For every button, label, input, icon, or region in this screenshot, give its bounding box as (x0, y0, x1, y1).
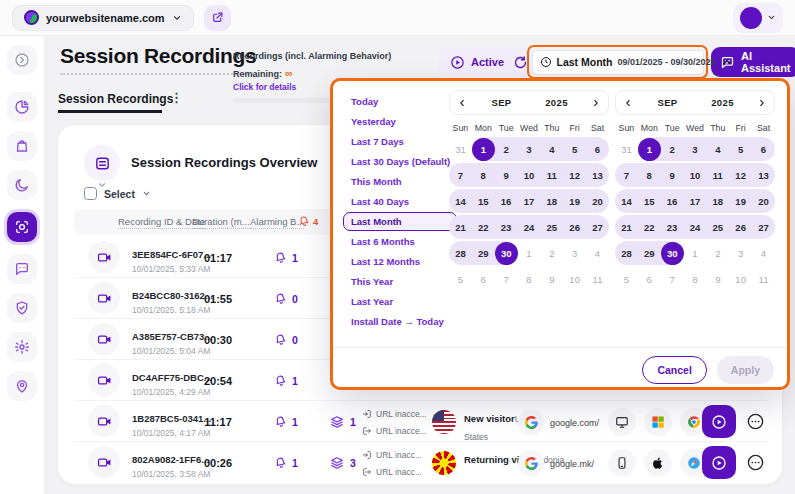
user-menu[interactable] (733, 3, 783, 33)
date-preset-option[interactable]: Today (343, 92, 457, 111)
sidebar-item-store[interactable] (7, 131, 37, 161)
calendar-day[interactable]: 26 (563, 215, 586, 239)
play-recording-button[interactable] (702, 405, 736, 438)
open-site-button[interactable] (204, 5, 231, 31)
calendar-day[interactable]: 25 (540, 215, 563, 239)
select-checkbox[interactable] (84, 187, 97, 200)
next-month-button[interactable] (584, 98, 608, 108)
play-recording-button[interactable] (702, 446, 736, 479)
date-preset-option[interactable]: Last 12 Months (343, 252, 457, 271)
calendar-day[interactable]: 17 (518, 189, 541, 213)
calendar-day[interactable]: 8 (472, 163, 495, 187)
calendar-day[interactable]: 31 (449, 137, 472, 161)
calendar-day[interactable]: 2 (540, 241, 563, 265)
calendar-day[interactable]: 5 (449, 267, 472, 291)
calendar-day[interactable]: 15 (638, 189, 661, 213)
sidebar-item-analytics[interactable] (7, 92, 37, 122)
calendar-day[interactable]: 18 (706, 189, 729, 213)
calendar-day[interactable]: 8 (684, 267, 707, 291)
calendar-day[interactable]: 20 (752, 189, 775, 213)
prev-month-button[interactable] (450, 98, 474, 108)
calendar-day[interactable]: 9 (540, 267, 563, 291)
calendar-day[interactable]: 8 (638, 163, 661, 187)
calendar-day[interactable]: 25 (706, 215, 729, 239)
row-more-button[interactable] (742, 449, 769, 476)
calendar-day[interactable]: 26 (729, 215, 752, 239)
calendar-day[interactable]: 14 (615, 189, 638, 213)
date-preset-option[interactable]: Last 6 Months (343, 232, 457, 251)
calendar-day[interactable]: 11 (706, 163, 729, 187)
calendar-day[interactable]: 24 (518, 215, 541, 239)
sidebar-item-dark-mode[interactable] (7, 170, 37, 200)
select-dropdown[interactable]: Select (84, 187, 151, 200)
calendar-day[interactable]: 7 (615, 163, 638, 187)
calendar-day[interactable]: 4 (752, 241, 775, 265)
next-month-button[interactable] (750, 98, 774, 108)
calendar-day[interactable]: 6 (472, 267, 495, 291)
calendar-day[interactable]: 24 (684, 215, 707, 239)
sidebar-item-collapse[interactable] (7, 45, 37, 75)
sidebar-item-feedback[interactable] (7, 254, 37, 284)
date-preset-option[interactable]: Last Year (343, 292, 457, 311)
date-preset-option[interactable]: Last Month (343, 212, 457, 231)
calendar-day[interactable]: 1 (472, 137, 495, 161)
cancel-button[interactable]: Cancel (642, 356, 706, 384)
calendar-day[interactable]: 19 (563, 189, 586, 213)
calendar-day[interactable]: 7 (449, 163, 472, 187)
calendar-day[interactable]: 21 (449, 215, 472, 239)
calendar-day[interactable]: 12 (729, 163, 752, 187)
calendar-day[interactable]: 2 (706, 241, 729, 265)
calendar-day[interactable]: 13 (586, 163, 609, 187)
calendar-day[interactable]: 17 (684, 189, 707, 213)
calendar-day[interactable]: 22 (638, 215, 661, 239)
calendar-day[interactable]: 7 (495, 267, 518, 291)
date-preset-option[interactable]: Last 40 Days (343, 192, 457, 211)
sidebar-item-location[interactable] (7, 371, 37, 401)
calendar-day[interactable]: 27 (586, 215, 609, 239)
calendar-day[interactable]: 3 (563, 241, 586, 265)
date-preset-option[interactable]: Install Date → Today (343, 312, 457, 331)
sidebar-item-session-recordings[interactable] (7, 212, 37, 242)
apply-button[interactable]: Apply (717, 356, 774, 384)
date-range-button[interactable]: Last Month 09/01/2025 - 09/30/2025 (532, 50, 704, 75)
calendar-day[interactable]: 18 (540, 189, 563, 213)
date-preset-option[interactable]: Last 7 Days (343, 132, 457, 151)
calendar-day[interactable]: 10 (518, 163, 541, 187)
recording-row[interactable]: 802A9082-1FF6...10/01/2025, 3:58 AM 00:2… (74, 442, 768, 483)
prev-month-button[interactable] (616, 98, 640, 108)
calendar-day[interactable]: 22 (472, 215, 495, 239)
calendar-day[interactable]: 23 (495, 215, 518, 239)
calendar-day[interactable]: 5 (615, 267, 638, 291)
calendar-day[interactable]: 29 (638, 241, 661, 265)
calendar-day[interactable]: 16 (495, 189, 518, 213)
calendar-day[interactable]: 21 (615, 215, 638, 239)
calendar-day[interactable]: 11 (752, 267, 775, 291)
date-preset-option[interactable]: This Month (343, 172, 457, 191)
calendar-day[interactable]: 10 (729, 267, 752, 291)
calendar-day[interactable]: 6 (752, 137, 775, 161)
calendar-day[interactable]: 1 (518, 241, 541, 265)
calendar-day[interactable]: 6 (586, 137, 609, 161)
calendar-day[interactable]: 23 (661, 215, 684, 239)
calendar-day[interactable]: 2 (495, 137, 518, 161)
calendar-day[interactable]: 10 (684, 163, 707, 187)
website-selector[interactable]: yourwebsitename.com (12, 5, 194, 31)
calendar-day[interactable]: 31 (615, 137, 638, 161)
calendar-day[interactable]: 3 (684, 137, 707, 161)
date-preset-option[interactable]: This Year (343, 272, 457, 291)
calendar-day[interactable]: 28 (449, 241, 472, 265)
calendar-day[interactable]: 27 (752, 215, 775, 239)
calendar-day[interactable]: 2 (661, 137, 684, 161)
calendar-day[interactable]: 5 (729, 137, 752, 161)
calendar-day[interactable]: 5 (563, 137, 586, 161)
calendar-day[interactable]: 20 (586, 189, 609, 213)
calendar-day[interactable]: 12 (563, 163, 586, 187)
calendar-day[interactable]: 3 (518, 137, 541, 161)
calendar-day[interactable]: 11 (586, 267, 609, 291)
calendar-day[interactable]: 9 (661, 163, 684, 187)
recording-row[interactable]: 1B287BC5-0341...10/01/2025, 4:17 AM 11:1… (74, 401, 768, 442)
calendar-day[interactable]: 4 (540, 137, 563, 161)
calendar-day[interactable]: 29 (472, 241, 495, 265)
date-preset-option[interactable]: Yesterday (343, 112, 457, 131)
calendar-day[interactable]: 28 (615, 241, 638, 265)
